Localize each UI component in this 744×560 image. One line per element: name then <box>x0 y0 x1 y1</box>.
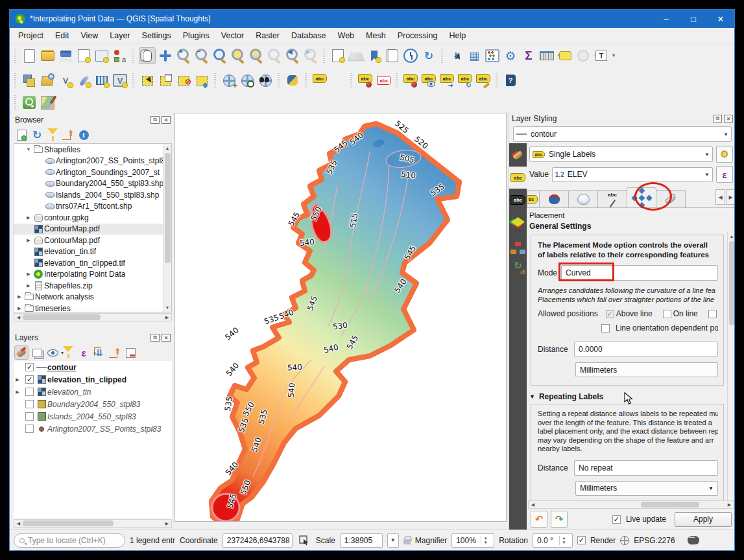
new-project-icon[interactable] <box>21 47 38 64</box>
browser-tree-item[interactable]: ▶ Interpolating Point Data <box>14 269 171 281</box>
browser-tree-item[interactable]: elevation_tin.tif <box>14 246 171 258</box>
add-point-layer-icon[interactable]: V <box>57 72 74 89</box>
layer-visibility-checkbox[interactable] <box>25 388 34 396</box>
browser-tree-item[interactable]: ▼ Shapefiles <box>14 144 171 156</box>
toolbar-grip[interactable] <box>494 73 499 88</box>
spinner-arrows-icon[interactable]: ▲▼ <box>559 536 568 545</box>
extents-toggle-icon[interactable] <box>298 534 311 547</box>
crs-globe-icon[interactable] <box>620 536 629 545</box>
add-mesh-layer-icon[interactable] <box>93 72 110 89</box>
menu-item[interactable]: Mesh <box>360 29 392 42</box>
browser-tree-item[interactable]: ContourMap.pdf <box>14 224 171 235</box>
collapse-all-layers-icon[interactable] <box>108 345 122 360</box>
close-panel-icon[interactable]: ✕ <box>162 116 171 124</box>
menu-item[interactable]: Settings <box>136 29 177 42</box>
layer-visibility-checkbox[interactable] <box>25 412 34 421</box>
add-group-icon[interactable] <box>30 345 44 360</box>
manage-map-themes-icon[interactable] <box>45 345 60 360</box>
browser-tree-item[interactable]: ▶ Shapefiles.zip <box>14 280 171 292</box>
refresh-map-icon[interactable]: ↻ <box>420 47 437 64</box>
move-label-icon[interactable] <box>438 72 455 89</box>
browser-tree-item[interactable]: ▶ ContourMap.pdf <box>14 235 171 246</box>
expander-icon[interactable]: ▶ <box>16 306 23 311</box>
position-checkbox[interactable] <box>663 310 671 318</box>
coordinate-input[interactable]: 2372426,6943788 <box>222 533 293 548</box>
processing-toolbox-icon[interactable]: ⚙ <box>502 47 519 64</box>
browser-tree-item[interactable]: Arlington_Soundings_2007_st <box>14 167 171 178</box>
deselect-features-icon[interactable] <box>175 72 192 89</box>
toolbar-grip[interactable] <box>213 73 218 88</box>
layer-row[interactable]: ▶ ✓ elevation_tin_clipped <box>14 373 172 386</box>
text-annotation-icon[interactable]: T <box>593 47 610 64</box>
undo-button[interactable]: ↶ <box>531 511 547 528</box>
labels-placement-tab[interactable] <box>627 187 656 207</box>
browser-tree-item[interactable]: ▶ timeseries <box>14 303 171 312</box>
value-field-combo[interactable]: 1.2 ELEV ▼ <box>552 167 713 182</box>
position-checkbox[interactable]: ✓ <box>606 310 614 318</box>
distance-units-combo[interactable]: Millimeters <box>575 362 718 377</box>
apply-button[interactable]: Apply <box>675 512 732 527</box>
menu-item[interactable]: Plugins <box>177 29 215 42</box>
expression-builder-button[interactable]: ε <box>716 166 733 183</box>
repeating-labels-header[interactable]: ▼ Repeating Labels <box>529 392 725 401</box>
pin-labels-icon[interactable] <box>357 72 374 89</box>
show-hide-labels-icon[interactable] <box>420 72 437 89</box>
rotation-spinbox[interactable]: 0.0 ° ▲▼ <box>533 533 573 548</box>
expander-icon[interactable]: ▶ <box>14 390 21 395</box>
masks-tab[interactable] <box>509 189 527 211</box>
expander-icon[interactable]: ▶ <box>25 238 32 243</box>
zoom-in-icon[interactable]: + <box>175 47 192 64</box>
map-tools-plugin-icon[interactable] <box>39 94 56 111</box>
history-tab[interactable] <box>509 255 527 277</box>
labels-background-tab[interactable] <box>568 190 598 207</box>
float-panel-icon[interactable]: ⧉ <box>150 334 160 342</box>
help-icon[interactable]: ? <box>502 72 519 89</box>
zoom-out-icon[interactable]: − <box>193 47 210 64</box>
menu-item[interactable]: Vector <box>215 29 250 42</box>
add-virtual-layer-icon[interactable]: V <box>112 72 128 89</box>
add-vector-layer-icon[interactable] <box>39 72 56 89</box>
open-attribute-table-icon[interactable]: ▦ <box>466 47 483 64</box>
toolbar-grip[interactable] <box>131 49 136 63</box>
browser-tree-item[interactable]: tnrs07Ar1_5ftcont.shp <box>14 201 171 213</box>
layer-diagram-options-icon[interactable] <box>330 72 346 89</box>
toolbar-grip[interactable] <box>276 73 282 88</box>
distance-input[interactable]: 0.0000 <box>574 342 718 357</box>
zoom-to-layer-icon[interactable] <box>248 47 265 64</box>
scale-dropdown-button[interactable]: ▼ <box>387 533 399 548</box>
labels-callouts-tab[interactable] <box>597 190 627 207</box>
add-delimited-text-layer-icon[interactable] <box>75 72 92 89</box>
remove-layer-icon[interactable] <box>123 345 138 360</box>
close-panel-icon[interactable]: ✕ <box>162 334 171 342</box>
expand-all-icon[interactable] <box>92 345 106 360</box>
new-spatial-bookmark-icon[interactable] <box>366 47 383 64</box>
map-canvas[interactable]: 5255205405455355055105355455505155405455… <box>174 113 507 522</box>
toolbar-grip[interactable] <box>131 73 136 88</box>
show-spatial-bookmarks-icon[interactable] <box>384 47 401 64</box>
layer-row[interactable]: Islands_2004_550_stpl83 <box>14 410 172 423</box>
search-layers-icon[interactable] <box>257 72 274 89</box>
menu-item[interactable]: Help <box>443 29 472 42</box>
layer-labeling-options-icon[interactable] <box>311 72 328 89</box>
redo-button[interactable]: ↷ <box>551 511 568 528</box>
layers-horizontal-scrollbar[interactable]: ◀▶ <box>14 519 172 528</box>
toolbar-grip[interactable] <box>322 49 327 63</box>
magnifier-spinbox[interactable]: 100% ▲▼ <box>451 533 494 548</box>
toolbar-grip[interactable] <box>440 49 445 63</box>
new-print-layout-icon[interactable] <box>75 47 92 64</box>
tab-scroll-right-icon[interactable]: ▶ <box>726 189 734 205</box>
repeat-units-combo[interactable]: Millimeters ▼ <box>575 481 718 496</box>
statistical-summary-icon[interactable] <box>484 47 501 64</box>
pan-to-selection-icon[interactable] <box>157 47 174 64</box>
browser-tree-item[interactable]: elevation_tin_clipped.tif <box>14 257 171 269</box>
filter-legend-icon[interactable] <box>61 345 75 360</box>
menu-item[interactable]: Database <box>285 29 332 42</box>
browser-tree-item[interactable]: ▶ Network analysis <box>14 292 171 303</box>
layer-row[interactable]: ✓ contour <box>14 361 172 373</box>
menu-item[interactable]: Raster <box>250 29 285 42</box>
float-panel-icon[interactable]: ⧉ <box>150 116 160 124</box>
layer-visibility-checkbox[interactable]: ✓ <box>25 363 34 371</box>
layer-row[interactable]: ▶ elevation_tin <box>14 386 172 398</box>
python-console-icon[interactable] <box>284 72 301 89</box>
layer-visibility-checkbox[interactable] <box>25 400 34 408</box>
